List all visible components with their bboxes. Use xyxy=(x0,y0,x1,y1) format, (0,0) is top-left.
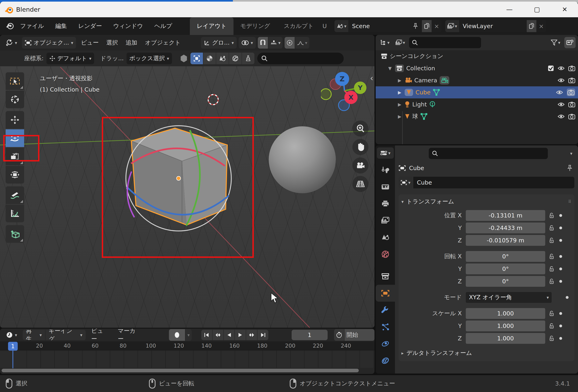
tab-object[interactable] xyxy=(376,285,395,302)
menu-select[interactable]: 選択 xyxy=(106,39,118,47)
gizmo-axis-y[interactable]: Y xyxy=(354,81,366,94)
workspace-tab-modeling[interactable]: モデリング xyxy=(234,17,277,35)
tab-output[interactable] xyxy=(376,195,395,212)
menu-render[interactable]: レンダー xyxy=(78,22,102,30)
row-cube-selected[interactable]: ▶ Cube xyxy=(376,86,578,98)
expand-arrow-icon[interactable]: ▼ xyxy=(387,66,392,71)
gizmo-axis-x[interactable]: X xyxy=(344,91,358,104)
delta-transform-header[interactable]: ▸ デルタトランスフォーム xyxy=(401,349,572,357)
transform-panel-header[interactable]: ▾ トランスフォーム ⠿ xyxy=(401,197,572,206)
tab-render[interactable] xyxy=(376,178,395,195)
row-scene-collection[interactable]: シーンコレクション xyxy=(376,50,578,62)
render-visibility-icon[interactable] xyxy=(568,77,575,83)
scale-z-input[interactable]: 1.000 xyxy=(466,333,545,344)
minimize-button[interactable]: — xyxy=(500,1,519,17)
menu-window[interactable]: ウィンドウ xyxy=(113,22,143,30)
rotation-x-input[interactable]: 0° xyxy=(466,251,545,262)
rotation-y-input[interactable]: 0° xyxy=(466,264,545,274)
hide-eye-icon[interactable] xyxy=(558,66,565,71)
scene-browse-button[interactable]: ▾ xyxy=(335,20,348,32)
lock-icon[interactable] xyxy=(545,266,558,272)
lock-icon[interactable] xyxy=(545,225,558,231)
object-name-field[interactable]: Cube xyxy=(413,177,574,188)
close-button[interactable]: ✕ xyxy=(555,1,574,17)
menu-help[interactable]: ヘルプ xyxy=(154,22,172,30)
hide-eye-icon[interactable] xyxy=(558,102,565,107)
expand-arrow-icon[interactable]: ▶ xyxy=(397,78,402,83)
pin-icon[interactable] xyxy=(567,165,573,171)
render-visibility-icon[interactable] xyxy=(568,114,575,119)
pivot-dropdown[interactable]: ▾ xyxy=(239,37,256,49)
scene-name-field[interactable]: Scene xyxy=(348,23,422,30)
add-cube-tool[interactable] xyxy=(6,225,24,243)
viewlayer-remove-button[interactable]: × xyxy=(536,23,546,30)
row-sphere[interactable]: ▶ 球 xyxy=(376,111,578,122)
viewlayer-browse-button[interactable]: ▾ xyxy=(445,20,459,32)
timeline-marker-menu[interactable]: マーカー xyxy=(118,329,141,343)
brush-toggle[interactable] xyxy=(242,53,254,64)
new-collection-button[interactable] xyxy=(564,37,576,48)
shading-sphere-toggle[interactable] xyxy=(203,53,216,64)
mode-dropdown[interactable]: オブジェク...▾ xyxy=(22,37,76,49)
animate-dot[interactable] xyxy=(559,268,562,270)
outliner-filter-mode-button[interactable]: ▾ xyxy=(393,37,407,48)
playhead-line[interactable] xyxy=(12,350,13,368)
use-preview-range-toggle[interactable] xyxy=(334,329,344,341)
falloff-dropdown[interactable]: ▾ xyxy=(295,37,309,49)
lock-icon[interactable] xyxy=(545,323,558,329)
autokey-dropdown[interactable]: ▾ xyxy=(186,329,192,341)
animate-dot[interactable] xyxy=(559,312,562,315)
animate-dot[interactable] xyxy=(559,280,562,283)
gizmo-axis-z[interactable]: Z xyxy=(335,72,349,86)
lock-icon[interactable] xyxy=(545,278,558,284)
scale-y-input[interactable]: 1.000 xyxy=(466,320,545,331)
titlebar[interactable]: Blender — ▢ ✕ xyxy=(0,1,578,17)
hide-eye-icon[interactable] xyxy=(556,90,563,95)
orientation-dropdown[interactable]: グロ...▾ xyxy=(201,37,237,49)
menu-view[interactable]: ビュー xyxy=(81,39,98,47)
timeline-ruler[interactable]: 20 40 60 80 100 120 140 160 180 200 220 … xyxy=(0,341,375,351)
expand-arrow-icon[interactable]: ▶ xyxy=(397,102,402,107)
play-reverse-button[interactable] xyxy=(224,330,235,340)
animate-dot[interactable] xyxy=(559,337,562,340)
properties-search-input[interactable] xyxy=(429,148,548,159)
current-frame-field[interactable]: 1 xyxy=(292,330,328,340)
tab-tool[interactable] xyxy=(376,161,395,178)
play-button[interactable] xyxy=(235,330,246,340)
panel-grip-icon[interactable]: ⠿ xyxy=(568,199,572,204)
animate-dot[interactable] xyxy=(566,296,569,299)
playback-menu[interactable]: 再生▾ xyxy=(23,330,45,340)
sidebar-collapse-arrow[interactable]: ‹ xyxy=(370,74,373,83)
tab-constraints[interactable] xyxy=(376,352,395,369)
snap-settings-dropdown[interactable]: ▾ xyxy=(268,37,283,49)
tab-scene[interactable] xyxy=(376,229,395,246)
light-data-icon[interactable] xyxy=(429,101,435,108)
location-y-input[interactable]: -0.24433 m xyxy=(466,223,545,233)
start-frame-field[interactable]: 開始 xyxy=(344,329,375,341)
hide-eye-icon[interactable] xyxy=(558,114,565,119)
tab-physics[interactable] xyxy=(376,335,395,352)
tool-search-input[interactable] xyxy=(257,53,344,64)
rotation-z-input[interactable]: 0° xyxy=(466,276,545,287)
cursor-tool[interactable] xyxy=(6,91,24,108)
pin-icon[interactable] xyxy=(413,23,418,29)
transform-tool[interactable] xyxy=(6,166,24,184)
timeline-scrollbar[interactable] xyxy=(1,369,359,372)
viewlayer-new-button[interactable] xyxy=(527,20,536,32)
tab-collection[interactable] xyxy=(376,268,395,285)
render-visibility-icon[interactable] xyxy=(568,101,575,107)
lock-icon[interactable] xyxy=(545,311,558,316)
outliner-search-input[interactable] xyxy=(409,37,481,48)
jump-start-button[interactable] xyxy=(201,330,212,340)
lock-icon[interactable] xyxy=(545,237,558,243)
row-camera[interactable]: ▶ Camera xyxy=(376,74,578,86)
camera-data-icon[interactable] xyxy=(440,76,449,84)
animate-dot[interactable] xyxy=(559,324,562,327)
scene-new-button[interactable] xyxy=(422,20,432,32)
select-box-tool[interactable] xyxy=(6,72,24,90)
hide-eye-icon[interactable] xyxy=(558,78,565,83)
prev-keyframe-button[interactable] xyxy=(213,330,223,340)
lock-icon[interactable] xyxy=(545,253,558,259)
object-browse-button[interactable]: ▾ xyxy=(399,177,412,188)
mesh-data-icon[interactable] xyxy=(421,113,427,120)
